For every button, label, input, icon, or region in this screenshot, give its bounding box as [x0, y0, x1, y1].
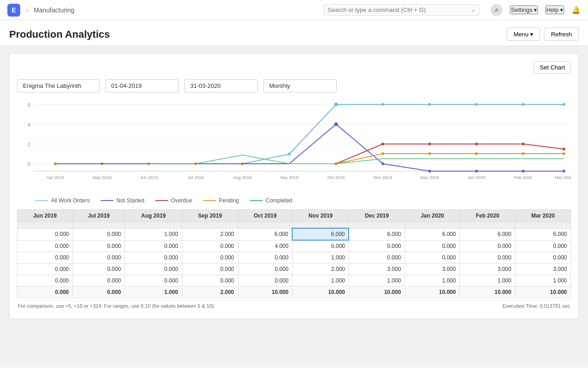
set-chart-button[interactable]: Set Chart — [534, 61, 571, 74]
svg-text:0: 0 — [28, 162, 30, 167]
table-cell: 0.000 — [125, 252, 182, 264]
search-input[interactable] — [328, 6, 469, 13]
start-date-filter[interactable] — [105, 79, 179, 92]
search-icon: ⌕ — [472, 6, 475, 13]
table-row: 0.0000.0000.0000.0000.0001.0001.0001.000… — [17, 275, 571, 287]
table-cell: 0.000 — [238, 275, 292, 287]
table-row: 0.0000.0000.0000.0000.0002.0003.0003.000… — [17, 264, 571, 275]
table-cell: 0.000 — [73, 228, 125, 240]
legend-label-not-started: Not Started — [116, 197, 144, 204]
legend-line-overdue — [155, 200, 168, 201]
table-cell: 1.000 — [460, 275, 515, 287]
table-cell: 0.000 — [17, 275, 73, 287]
svg-point-29 — [428, 103, 431, 106]
table-cell: 3.000 — [460, 264, 515, 275]
table-cell: 0.000 — [405, 240, 460, 252]
total-cell: 2.000 — [182, 287, 238, 298]
chevron-down-icon: ▾ — [530, 31, 533, 38]
sub-jun2019 — [17, 222, 73, 229]
table-cell: 0.000 — [349, 240, 405, 252]
legend-line-completed — [250, 200, 263, 201]
svg-point-36 — [475, 170, 478, 172]
avatar[interactable]: A — [491, 4, 503, 16]
table-cell: 3.000 — [349, 264, 405, 275]
footer-bar: For comparison, use >5, <10 or =324. For… — [17, 300, 571, 311]
table-cell: 0.000 — [17, 228, 73, 240]
table-cell: 0.000 — [238, 264, 292, 275]
table-cell: 0.000 — [182, 240, 238, 252]
col-oct2019: Oct 2019 — [238, 210, 292, 222]
total-cell: 10.000 — [292, 287, 349, 298]
svg-point-46 — [381, 152, 384, 155]
total-row: 0.0000.0001.0002.00010.00010.00010.00010… — [17, 287, 571, 298]
table-cell: 0.000 — [238, 252, 292, 264]
col-jul2019: Jul 2019 — [73, 210, 125, 222]
table-cell: 0.000 — [182, 252, 238, 264]
chevron-down-icon: ▾ — [560, 6, 563, 13]
table-cell: 2.000 — [182, 228, 238, 240]
svg-text:Sep 2019: Sep 2019 — [280, 175, 299, 180]
svg-text:Feb 2020: Feb 2020 — [514, 175, 532, 180]
svg-text:Mar 2020: Mar 2020 — [555, 175, 571, 180]
svg-point-30 — [475, 103, 478, 106]
total-cell: 1.000 — [125, 287, 182, 298]
table-cell: 6.000 — [292, 228, 349, 240]
sub-sep2019 — [182, 222, 238, 229]
total-cell: 0.000 — [17, 287, 73, 298]
main-content: Set Chart 6 4 2 0 A — [0, 46, 588, 363]
settings-button[interactable]: Settings ▾ — [510, 6, 538, 14]
table-cell: 0.000 — [125, 264, 182, 275]
col-jun2019: Jun 2019 — [17, 210, 73, 222]
sub-jul2019 — [73, 222, 125, 229]
page-title: Production Analytics — [9, 29, 110, 40]
period-filter[interactable] — [263, 79, 337, 92]
product-filter[interactable] — [17, 79, 100, 92]
svg-text:Jul 2019: Jul 2019 — [187, 175, 204, 180]
set-chart-row: Set Chart — [17, 61, 571, 74]
table-cell: 0.000 — [17, 252, 73, 264]
svg-text:Jan 2020: Jan 2020 — [468, 175, 485, 180]
total-cell: 10.000 — [515, 287, 571, 298]
nav-right: A Settings ▾ Help ▾ 🔔 — [491, 4, 581, 16]
notifications-icon[interactable]: 🔔 — [571, 6, 581, 14]
svg-point-40 — [381, 143, 384, 145]
table-row: 0.0000.0000.0000.0004.0000.0000.0000.000… — [17, 240, 571, 252]
header-actions: Menu ▾ Refresh — [507, 28, 579, 41]
end-date-filter[interactable] — [184, 79, 258, 92]
chevron-down-icon: ▾ — [534, 6, 537, 13]
legend-label-completed: Completed — [266, 197, 292, 204]
svg-text:Nov 2019: Nov 2019 — [373, 175, 392, 180]
table-cell: 4.000 — [238, 240, 292, 252]
total-cell: 0.000 — [73, 287, 125, 298]
refresh-button[interactable]: Refresh — [544, 28, 579, 41]
table-cell: 6.000 — [405, 228, 460, 240]
top-nav: E › Manufacturing ⌕ A Settings ▾ Help ▾ … — [0, 0, 588, 20]
app-icon[interactable]: E — [7, 4, 20, 17]
search-box[interactable]: ⌕ — [323, 4, 480, 16]
menu-button[interactable]: Menu ▾ — [507, 28, 541, 41]
help-button[interactable]: Help ▾ — [545, 6, 564, 14]
page-header: Production Analytics Menu ▾ Refresh — [0, 20, 588, 46]
table-cell: 1.000 — [515, 275, 571, 287]
table-cell: 1.000 — [125, 228, 182, 240]
nav-separator: › — [26, 6, 28, 14]
table-cell: 0.000 — [73, 275, 125, 287]
table-wrapper: Jun 2019 Jul 2019 Aug 2019 Sep 2019 Oct … — [17, 209, 571, 298]
legend-overdue: Overdue — [155, 197, 192, 204]
table-cell: 0.000 — [17, 240, 73, 252]
legend-row: All Work Orders Not Started Overdue Pend… — [17, 196, 571, 209]
svg-point-26 — [288, 153, 290, 155]
svg-point-44 — [562, 148, 565, 150]
filter-row — [17, 79, 571, 92]
table-row: 0.0000.0000.0000.0000.0001.0000.0000.000… — [17, 252, 571, 264]
table-cell: 6.000 — [349, 228, 405, 240]
table-cell: 1.000 — [349, 275, 405, 287]
sub-jan2020 — [405, 222, 460, 229]
table-cell: 0.000 — [460, 252, 515, 264]
svg-text:Apr 2019: Apr 2019 — [46, 175, 64, 180]
svg-text:May 2019: May 2019 — [93, 175, 112, 180]
table-cell: 0.000 — [515, 240, 571, 252]
svg-point-48 — [475, 152, 478, 155]
table-cell: 6.000 — [515, 228, 571, 240]
sub-feb2020 — [460, 222, 515, 229]
